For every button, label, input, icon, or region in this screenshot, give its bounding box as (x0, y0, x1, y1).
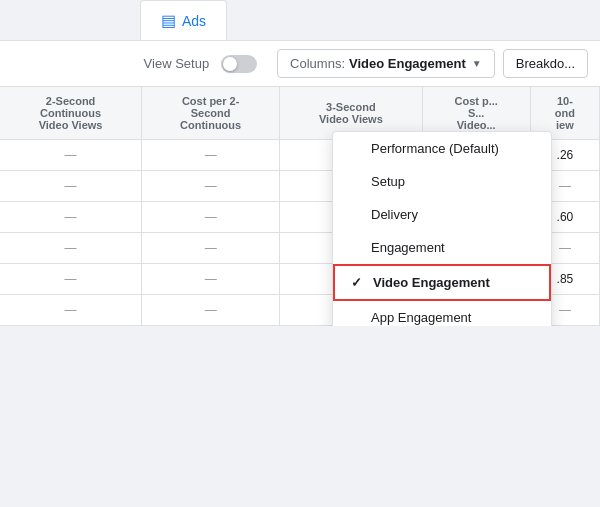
col-header-0: 2-SecondContinuousVideo Views (0, 87, 142, 140)
table-container: 2-SecondContinuousVideo Views Cost per 2… (0, 87, 600, 326)
cell: — (142, 264, 280, 295)
dropdown-item-label: Setup (371, 174, 405, 189)
columns-button[interactable]: Columns: Video Engagement ▼ (277, 49, 495, 78)
dropdown-item-delivery[interactable]: Delivery (333, 198, 551, 231)
check-icon: ✓ (351, 275, 365, 290)
cell: — (0, 202, 142, 233)
cell: — (0, 264, 142, 295)
dropdown-item-setup[interactable]: Setup (333, 165, 551, 198)
dropdown-item-engagement[interactable]: Engagement (333, 231, 551, 264)
toolbar: View Setup Columns: Video Engagement ▼ B… (0, 41, 600, 87)
cell: — (0, 171, 142, 202)
columns-prefix: Columns: (290, 56, 345, 71)
columns-value: Video Engagement (349, 56, 466, 71)
cell: — (0, 233, 142, 264)
ads-icon: ▤ (161, 11, 176, 30)
dropdown-item-label: Performance (Default) (371, 141, 499, 156)
dropdown-item-label: Video Engagement (373, 275, 490, 290)
dropdown-item-label: Engagement (371, 240, 445, 255)
view-setup-toggle[interactable] (221, 55, 257, 73)
columns-dropdown-arrow: ▼ (472, 58, 482, 69)
tab-bar: ▤ Ads (0, 0, 600, 41)
cell: — (142, 171, 280, 202)
view-setup-label: View Setup (144, 56, 210, 71)
cell: — (142, 295, 280, 326)
cell: — (142, 233, 280, 264)
cell: — (0, 295, 142, 326)
tab-ads[interactable]: ▤ Ads (140, 0, 227, 40)
tab-ads-label: Ads (182, 13, 206, 29)
dropdown-item-label: Delivery (371, 207, 418, 222)
breakdown-button[interactable]: Breakdo... (503, 49, 588, 78)
dropdown-item-performance[interactable]: Performance (Default) (333, 132, 551, 165)
cell: — (0, 140, 142, 171)
cell: — (142, 202, 280, 233)
col-header-1: Cost per 2-SecondContinuous (142, 87, 280, 140)
dropdown-item-label: App Engagement (371, 310, 471, 325)
columns-dropdown-menu: Performance (Default) Setup Delivery Eng… (332, 131, 552, 326)
dropdown-item-video-engagement[interactable]: ✓ Video Engagement (333, 264, 551, 301)
dropdown-item-app-engagement[interactable]: App Engagement (333, 301, 551, 326)
cell: — (142, 140, 280, 171)
